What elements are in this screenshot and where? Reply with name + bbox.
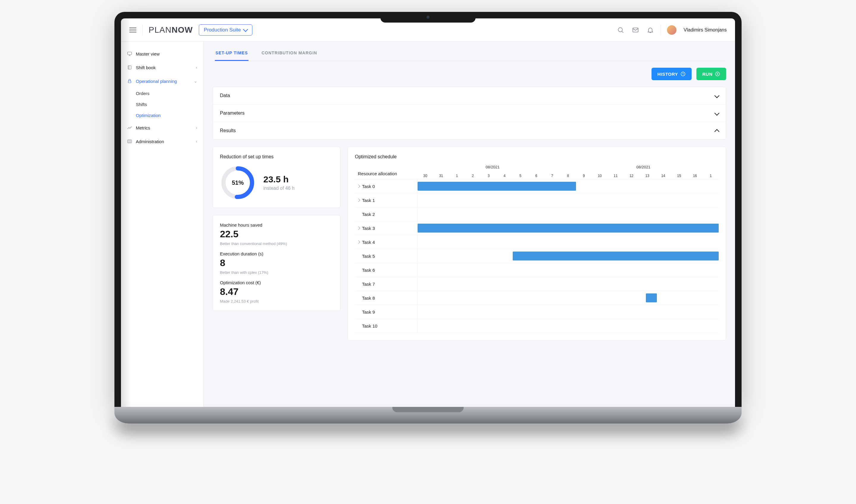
run-button[interactable]: RUN bbox=[696, 68, 726, 80]
gantt-task-row[interactable]: Task 3 bbox=[355, 221, 417, 235]
gantt-header: Resource allocation 08/202108/2021 30311… bbox=[355, 165, 719, 179]
gantt-day-tick: 12 bbox=[624, 174, 639, 178]
sidebar-item-label: Administration bbox=[136, 139, 164, 144]
gantt-day-tick: 13 bbox=[639, 174, 655, 178]
chevron-down-icon: ⌄ bbox=[194, 79, 197, 84]
accordion-results[interactable]: Results bbox=[213, 122, 726, 139]
columns-icon bbox=[127, 139, 132, 144]
chevron-left-icon: ‹ bbox=[196, 139, 197, 144]
mail-icon bbox=[632, 26, 639, 34]
gantt-task-labels: Task 0Task 1Task 2Task 3Task 4Task 5Task… bbox=[355, 179, 417, 333]
stat-note: Better than conventional method (49%) bbox=[220, 241, 333, 246]
results-section: Reduction of set up times 51% bbox=[212, 147, 726, 340]
svg-rect-3 bbox=[127, 52, 132, 55]
svg-rect-2 bbox=[633, 28, 638, 32]
card-title: Reduction of set up times bbox=[220, 154, 333, 160]
sidebar-subitem-orders[interactable]: Orders bbox=[121, 88, 203, 99]
avatar[interactable] bbox=[667, 25, 677, 35]
gantt-bar[interactable] bbox=[418, 223, 719, 233]
trend-icon bbox=[127, 125, 132, 130]
sidebar-item-operational-planning[interactable]: Operational planning ⌄ bbox=[121, 74, 203, 88]
suite-selector[interactable]: Production Suite bbox=[199, 24, 252, 36]
gantt-task-label: Task 1 bbox=[362, 198, 375, 203]
card-stats: Machine hours saved 22.5 Better than con… bbox=[212, 215, 340, 311]
reduction-hours: 23.5 h bbox=[263, 174, 295, 184]
chevron-right-icon bbox=[357, 198, 360, 202]
sidebar-item-master-view[interactable]: Master view bbox=[121, 47, 203, 60]
play-circle-icon bbox=[715, 71, 720, 77]
gantt-body: Task 0Task 1Task 2Task 3Task 4Task 5Task… bbox=[355, 179, 719, 333]
gantt-task-label: Task 9 bbox=[362, 309, 375, 314]
gantt-task-row[interactable]: Task 0 bbox=[355, 179, 417, 193]
search-button[interactable] bbox=[616, 25, 625, 34]
app-logo: PLANNOW bbox=[149, 25, 193, 35]
accordion-label: Results bbox=[220, 128, 236, 133]
gantt-task-row[interactable]: Task 6 bbox=[355, 263, 417, 277]
gantt-task-row[interactable]: Task 10 bbox=[355, 319, 417, 333]
user-name: Vladimirs Simonjans bbox=[684, 27, 727, 33]
gantt-bar[interactable] bbox=[646, 293, 657, 302]
gantt-day-tick: 1 bbox=[703, 174, 719, 178]
gantt-task-row[interactable]: Task 2 bbox=[355, 207, 417, 221]
svg-rect-6 bbox=[128, 66, 132, 69]
laptop-notch bbox=[381, 12, 475, 22]
gantt-task-label: Task 7 bbox=[362, 282, 375, 287]
chevron-up-icon bbox=[715, 129, 720, 134]
history-button-label: HISTORY bbox=[658, 72, 678, 77]
accordion-parameters[interactable]: Parameters bbox=[213, 105, 726, 122]
stat-note: Better than with cplex (17%) bbox=[220, 270, 333, 275]
gantt-day-tick: 6 bbox=[528, 174, 544, 178]
tabs: SET-UP TIMES CONTRIBUTION MARGIN bbox=[212, 41, 726, 61]
gantt-month-label: 08/2021 bbox=[568, 165, 719, 172]
gantt-bar[interactable] bbox=[418, 182, 576, 191]
gantt-bar[interactable] bbox=[513, 252, 719, 260]
tab-contribution-margin[interactable]: CONTRIBUTION MARGIN bbox=[261, 48, 318, 61]
laptop-base bbox=[115, 407, 741, 424]
app-viewport: PLANNOW Production Suite Vladi bbox=[121, 18, 735, 407]
gantt-day-tick: 1 bbox=[449, 174, 465, 178]
gantt-task-row[interactable]: Task 9 bbox=[355, 305, 417, 319]
stat-value: 22.5 bbox=[220, 229, 333, 240]
sidebar-subitem-shifts[interactable]: Shifts bbox=[121, 99, 203, 110]
gantt-task-label: Task 4 bbox=[362, 240, 375, 245]
gantt-day-tick: 16 bbox=[687, 174, 703, 178]
svg-marker-14 bbox=[717, 73, 719, 75]
sidebar-item-administration[interactable]: Administration ‹ bbox=[121, 134, 203, 148]
gantt-day-tick: 4 bbox=[497, 174, 512, 178]
gantt-task-area[interactable] bbox=[417, 179, 719, 333]
gantt-day-tick: 15 bbox=[671, 174, 687, 178]
gantt-task-row[interactable]: Task 7 bbox=[355, 277, 417, 291]
gantt-month-label: 08/2021 bbox=[417, 165, 568, 172]
accordion-data[interactable]: Data bbox=[213, 87, 726, 105]
search-icon bbox=[617, 26, 624, 34]
sidebar-item-label: Operational planning bbox=[136, 79, 177, 84]
gantt-task-row[interactable]: Task 5 bbox=[355, 249, 417, 263]
gantt-task-row[interactable]: Task 1 bbox=[355, 193, 417, 207]
gantt-day-tick: 11 bbox=[608, 174, 624, 178]
reduction-donut: 51% bbox=[220, 165, 256, 200]
stat-value: 8.47 bbox=[220, 286, 333, 297]
gantt-task-label: Task 5 bbox=[362, 254, 375, 259]
divider bbox=[142, 25, 143, 35]
menu-toggle-button[interactable] bbox=[129, 26, 136, 34]
gantt-resource-header: Resource allocation bbox=[355, 168, 417, 179]
stat-value: 8 bbox=[220, 257, 333, 269]
notifications-button[interactable] bbox=[646, 25, 655, 34]
tab-setup-times[interactable]: SET-UP TIMES bbox=[215, 48, 248, 61]
laptop-screen: PLANNOW Production Suite Vladi bbox=[115, 12, 741, 407]
card-title: Optimized schedule bbox=[355, 154, 719, 160]
suite-selector-label: Production Suite bbox=[204, 27, 241, 33]
gantt-task-row[interactable]: Task 8 bbox=[355, 291, 417, 305]
monitor-icon bbox=[127, 51, 132, 56]
svg-rect-9 bbox=[127, 140, 132, 143]
inbox-button[interactable] bbox=[631, 25, 640, 34]
history-button[interactable]: HISTORY bbox=[651, 68, 692, 80]
laptop-frame: PLANNOW Production Suite Vladi bbox=[115, 12, 741, 424]
sidebar-item-metrics[interactable]: Metrics ‹ bbox=[121, 121, 203, 134]
gantt-day-tick: 9 bbox=[576, 174, 592, 178]
gantt-task-row[interactable]: Task 4 bbox=[355, 235, 417, 249]
sidebar-subitem-optimization[interactable]: Optimization bbox=[121, 110, 203, 121]
sidebar-item-shift-book[interactable]: Shift book ‹ bbox=[121, 60, 203, 74]
chevron-right-icon bbox=[357, 226, 360, 230]
gantt-task-label: Task 2 bbox=[362, 212, 375, 217]
